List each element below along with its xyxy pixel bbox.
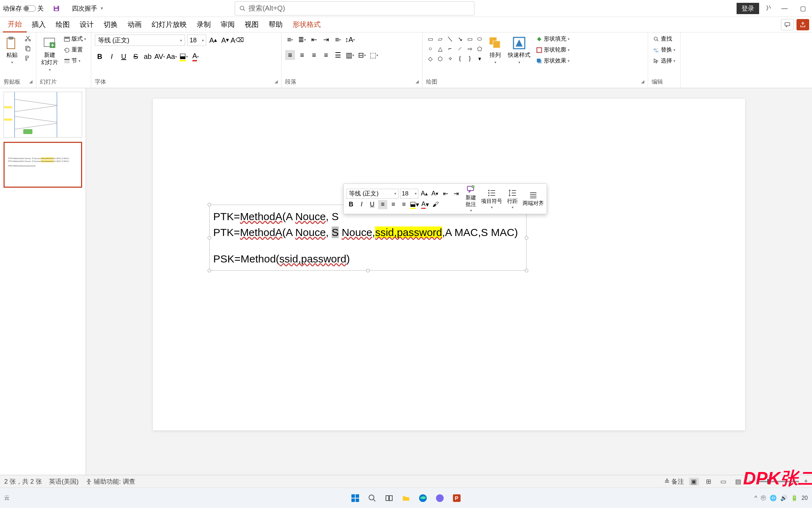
- text-direction-button[interactable]: ↕A▾: [345, 35, 355, 44]
- comments-button[interactable]: [781, 19, 794, 30]
- taskbar-taskview[interactable]: [382, 491, 396, 505]
- sorter-view-button[interactable]: ⊞: [704, 478, 714, 485]
- language-indicator[interactable]: 英语(美国): [49, 477, 79, 486]
- align-right-button[interactable]: ≡: [309, 50, 319, 60]
- slide-canvas[interactable]: PTK=MethodA(A Nouce, S PTK=MethodA(A Nou…: [86, 88, 812, 475]
- mini-new-comment[interactable]: 新建 批注▾: [466, 185, 476, 212]
- mini-font-color[interactable]: A▾: [420, 200, 430, 209]
- select-button[interactable]: 选择▾: [652, 56, 677, 65]
- tab-record[interactable]: 录制: [192, 17, 216, 32]
- shape-effects-button[interactable]: 形状效果▾: [535, 56, 571, 65]
- text-box[interactable]: PTK=MethodA(A Nouce, S PTK=MethodA(A Nou…: [209, 205, 527, 271]
- login-button[interactable]: 登录: [737, 3, 759, 14]
- resize-handle[interactable]: [208, 236, 211, 240]
- mini-bold[interactable]: B: [346, 200, 356, 209]
- shrink-font-button[interactable]: A▾: [220, 35, 230, 45]
- save-icon[interactable]: [49, 5, 64, 12]
- tray-chevron-icon[interactable]: ^: [755, 495, 757, 501]
- clear-format-button[interactable]: A⌫: [232, 35, 242, 45]
- slideshow-view-button[interactable]: ▤: [733, 478, 743, 485]
- mic-icon[interactable]: [765, 5, 773, 12]
- replace-button[interactable]: abac替换▾: [652, 46, 677, 54]
- taskbar-powerpoint[interactable]: P: [450, 491, 463, 505]
- autosave-toggle[interactable]: 动保存 关: [3, 4, 44, 13]
- maximize-button[interactable]: ▢: [796, 4, 809, 13]
- tab-help[interactable]: 帮助: [264, 17, 288, 32]
- chevron-down-icon[interactable]: ▼: [100, 6, 104, 10]
- resize-handle[interactable]: [366, 269, 370, 272]
- text-line-2[interactable]: PTK=MethodA(A Nouce, S Nouce,ssid,passwo…: [213, 224, 523, 240]
- mini-shrink-font[interactable]: A▾: [430, 189, 439, 198]
- minimize-button[interactable]: —: [778, 4, 791, 13]
- find-button[interactable]: 查找: [652, 35, 677, 43]
- tray-globe-icon[interactable]: 🌐: [770, 495, 777, 501]
- shadow-button[interactable]: ab: [143, 52, 153, 61]
- highlight-button[interactable]: ⬓▾: [179, 52, 189, 61]
- mini-font-select[interactable]: 等线 (正文)▾: [346, 189, 399, 199]
- mini-align-left[interactable]: ≡: [378, 200, 387, 209]
- align-center-button[interactable]: ≡: [297, 50, 307, 60]
- start-button[interactable]: [349, 491, 362, 505]
- bullets-button[interactable]: ≡▾: [285, 35, 295, 44]
- smartart-button[interactable]: ⬚▾: [369, 50, 379, 60]
- cut-button[interactable]: [23, 35, 32, 42]
- grow-font-button[interactable]: A▴: [208, 35, 218, 45]
- font-color-button[interactable]: A▾: [191, 52, 201, 61]
- shape-gallery[interactable]: ▭▱＼↘▭⬭ ○△⌐⟋⇨⬠ ◇⬡✧{}▾: [426, 35, 484, 63]
- thumbnail-1[interactable]: [4, 92, 82, 138]
- mini-indent-inc[interactable]: ⇥: [451, 189, 461, 198]
- section-button[interactable]: 节▾: [62, 56, 87, 65]
- layout-button[interactable]: 版式▾: [62, 35, 87, 43]
- mini-italic[interactable]: I: [357, 200, 366, 209]
- strike-button[interactable]: S: [131, 52, 141, 61]
- notes-button[interactable]: ≙ 备注: [664, 477, 684, 486]
- mini-size-select[interactable]: 18▾: [400, 189, 418, 199]
- char-spacing-button[interactable]: AV▾: [155, 52, 165, 61]
- para-expand-icon[interactable]: ◢: [416, 79, 419, 84]
- font-name-select[interactable]: 等线 (正文)▾: [95, 35, 185, 46]
- slide-counter[interactable]: 2 张，共 2 张: [4, 477, 42, 486]
- bold-button[interactable]: B: [95, 52, 105, 61]
- tray-time[interactable]: 20: [801, 495, 808, 501]
- indent-dec-button[interactable]: ⇤: [309, 35, 319, 44]
- resize-handle[interactable]: [525, 236, 528, 240]
- tab-insert[interactable]: 插入: [27, 17, 51, 32]
- accessibility-indicator[interactable]: 辅助功能: 调查: [86, 477, 135, 486]
- tray-lang-icon[interactable]: ㊥: [761, 494, 766, 502]
- mini-line-spacing[interactable]: 行距▾: [507, 189, 518, 209]
- normal-view-button[interactable]: ▣: [689, 478, 699, 485]
- copy-button[interactable]: [23, 44, 32, 52]
- paste-button[interactable]: 粘贴 ▾: [4, 35, 20, 66]
- shape-fill-button[interactable]: 形状填充▾: [535, 35, 571, 43]
- change-case-button[interactable]: Aa▾: [167, 52, 177, 61]
- taskbar-search[interactable]: [365, 491, 379, 505]
- tab-view[interactable]: 视图: [240, 17, 264, 32]
- arrange-button[interactable]: 排列▾: [487, 35, 504, 66]
- resize-handle[interactable]: [208, 203, 211, 206]
- clipboard-expand-icon[interactable]: ◢: [29, 79, 32, 84]
- italic-button[interactable]: I: [107, 52, 117, 61]
- thumbnail-2[interactable]: PTK=MethodA(A Nouce, S Nouce,ssid,passwo…: [4, 142, 82, 188]
- tab-draw[interactable]: 绘图: [51, 17, 75, 32]
- indent-inc-button[interactable]: ⇥: [321, 35, 331, 44]
- mini-justify[interactable]: 两端对齐: [523, 191, 544, 207]
- line-spacing-button[interactable]: ≡▾: [333, 35, 343, 44]
- weather-widget[interactable]: 云: [4, 495, 10, 501]
- mini-align-right[interactable]: ≡: [399, 200, 408, 209]
- reset-button[interactable]: 重置: [62, 46, 87, 54]
- tab-design[interactable]: 设计: [75, 17, 99, 32]
- tray-battery-icon[interactable]: 🔋: [791, 495, 798, 501]
- system-tray[interactable]: ^ ㊥ 🌐 🔊 🔋 20: [755, 494, 808, 502]
- underline-button[interactable]: U: [119, 52, 129, 61]
- font-size-select[interactable]: 18▾: [187, 35, 206, 46]
- tab-animations[interactable]: 动画: [123, 17, 147, 32]
- quick-style-button[interactable]: 快速样式▾: [506, 35, 532, 66]
- tab-transitions[interactable]: 切换: [99, 17, 123, 32]
- tab-shape-format[interactable]: 形状格式: [288, 17, 326, 32]
- mini-indent-dec[interactable]: ⇤: [441, 189, 450, 198]
- toggle-switch[interactable]: [23, 5, 36, 12]
- tab-slideshow[interactable]: 幻灯片放映: [147, 17, 192, 32]
- mini-bullets[interactable]: 项目符号▾: [481, 189, 502, 209]
- share-button[interactable]: [796, 19, 809, 30]
- format-painter-button[interactable]: [23, 54, 32, 62]
